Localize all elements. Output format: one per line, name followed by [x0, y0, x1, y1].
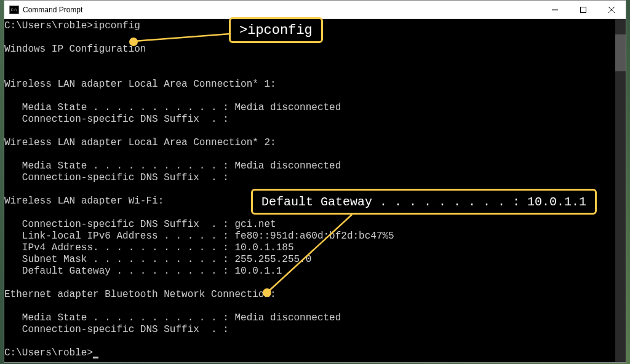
- media-state-line: Media State . . . . . . . . . . . : Medi…: [4, 102, 341, 113]
- scrollbar-thumb[interactable]: [615, 34, 626, 71]
- prompt-line: C:\Users\roble>ipconfig: [4, 20, 140, 31]
- heading-text: Windows IP Configuration: [4, 44, 146, 55]
- prompt-line: C:\Users\roble>: [4, 347, 93, 358]
- subnet-line: Subnet Mask . . . . . . . . . . . : 255.…: [4, 254, 311, 265]
- marker-dot-icon: [263, 288, 271, 297]
- scrollbar[interactable]: [615, 19, 626, 362]
- titlebar[interactable]: Command Prompt: [4, 1, 626, 19]
- svg-rect-1: [581, 7, 586, 12]
- adapter-heading: Ethernet adapter Bluetooth Network Conne…: [4, 289, 276, 300]
- adapter-heading: Wireless LAN adapter Local Area Connecti…: [4, 137, 276, 148]
- media-state-line: Media State . . . . . . . . . . . : Medi…: [4, 312, 341, 323]
- ipv6-line: Link-local IPv6 Address . . . . . : fe80…: [4, 231, 394, 242]
- cmd-icon: [9, 6, 19, 14]
- dns-suffix-line: Connection-specific DNS Suffix . : gci.n…: [4, 219, 276, 230]
- callout-text: >ipconfig: [239, 23, 313, 38]
- maximize-button[interactable]: [569, 1, 597, 18]
- callout-text: Default Gateway . . . . . . . . . : 10.0…: [261, 195, 586, 209]
- window-title: Command Prompt: [23, 6, 541, 14]
- adapter-heading: Wireless LAN adapter Local Area Connecti…: [4, 79, 276, 90]
- gateway-line: Default Gateway . . . . . . . . . : 10.0…: [4, 266, 282, 277]
- ipv4-line: IPv4 Address. . . . . . . . . . . : 10.0…: [4, 242, 293, 253]
- dns-suffix-line: Connection-specific DNS Suffix . :: [4, 172, 229, 183]
- cursor-icon: [93, 357, 98, 358]
- dns-suffix-line: Connection-specific DNS Suffix . :: [4, 324, 229, 335]
- adapter-heading: Wireless LAN adapter Wi-Fi:: [4, 196, 164, 207]
- cmd-window: Command Prompt C:\Users\roble>ipconfig W…: [4, 0, 626, 363]
- minimize-button[interactable]: [541, 1, 569, 18]
- close-button[interactable]: [597, 1, 626, 18]
- marker-dot-icon: [129, 38, 138, 46]
- callout-ipconfig: >ipconfig: [229, 17, 323, 43]
- media-state-line: Media State . . . . . . . . . . . : Medi…: [4, 160, 341, 172]
- dns-suffix-line: Connection-specific DNS Suffix . :: [4, 114, 229, 125]
- callout-gateway: Default Gateway . . . . . . . . . : 10.0…: [251, 189, 597, 215]
- window-controls: [541, 1, 626, 18]
